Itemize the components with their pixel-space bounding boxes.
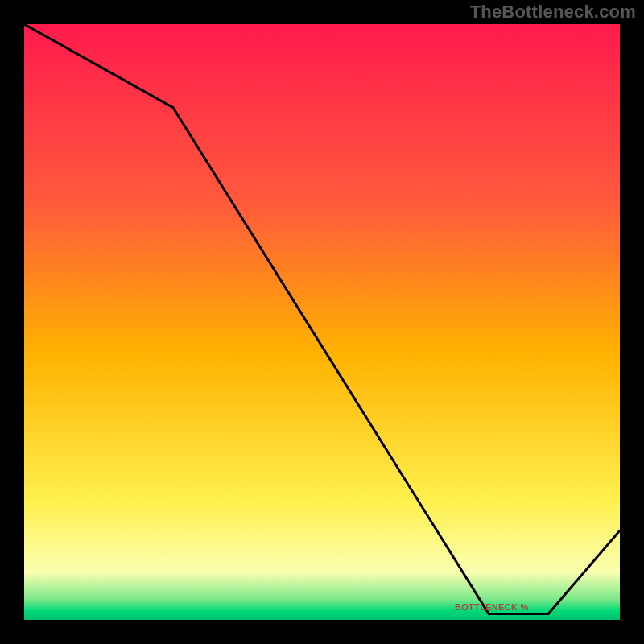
chart-svg <box>24 24 620 620</box>
line-annotation-label: BOTTLENECK % <box>455 602 529 612</box>
chart-plot-area <box>24 24 620 620</box>
watermark-text: TheBottleneck.com <box>470 2 636 23</box>
chart-frame: TheBottleneck.com BOTTLENECK % <box>0 0 644 644</box>
chart-background-gradient <box>24 24 620 620</box>
